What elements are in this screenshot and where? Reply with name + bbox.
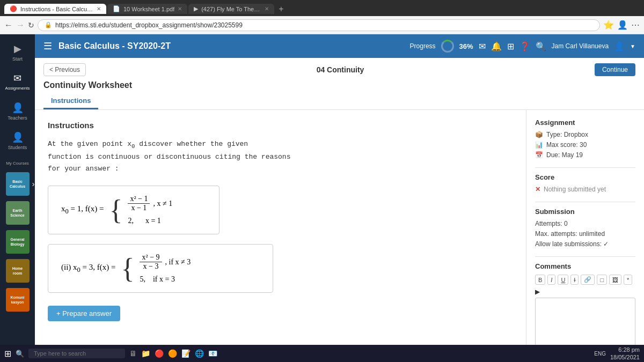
dropbox-icon: 📦 (535, 131, 543, 138)
progress-label: Progress (410, 42, 436, 50)
score-row: ✕ Nothing submitted yet (535, 186, 635, 193)
italic-button[interactable]: I (547, 275, 555, 285)
assignment-title: Assignment (535, 119, 635, 127)
grid-icon[interactable]: ⊞ (507, 41, 514, 51)
course-item-calculus[interactable]: BasicCalculus › (6, 172, 30, 196)
app-title: Basic Calculus - SY2020-2T (58, 41, 404, 51)
score-title: Score (535, 173, 635, 181)
more-button[interactable]: * (624, 275, 632, 285)
divider2 (535, 202, 635, 202)
teachers-icon: 👤 (12, 102, 24, 114)
problem2-box: (ii) x0 = 3, f(x) = { x² − 9 x − 3 , if … (48, 244, 273, 293)
p1c1-cond: , x ≠ 1 (153, 200, 172, 208)
close-tab-icon[interactable]: ✕ (97, 6, 101, 12)
submission-section: Submission Attempts: 0 Max. attempts: un… (535, 208, 635, 248)
back-button[interactable]: ← (4, 20, 13, 30)
course-item-homeroom[interactable]: Homeroom (6, 259, 30, 283)
active-tab-label: Instructions - Basic Calculus - SY (20, 6, 93, 12)
page-center-title: 04 Continuity (317, 65, 364, 74)
sidebar-item-teachers[interactable]: 👤 Teachers (0, 98, 35, 125)
big-brace-2: { (121, 255, 134, 283)
problem1-label: x0 = 1, f(x) = (61, 204, 104, 216)
close-tab3-icon[interactable]: ✕ (265, 6, 269, 12)
comments-toolbar: B I U I 🔗 □ 🖼 * (535, 275, 635, 285)
chevron-right-icon: › (32, 180, 35, 188)
big-brace-1: { (109, 196, 122, 224)
user-name: Jam Carl Villanueva (552, 42, 609, 50)
taskbar-icon-2[interactable]: 📁 (141, 349, 150, 358)
score-section: Score ✕ Nothing submitted yet (535, 173, 635, 193)
browser-tab-2[interactable]: 📄 10 Worksheet 1.pdf ✕ (107, 4, 187, 14)
problem2-case1: x² − 9 x − 3 , if x ≠ 3 (140, 253, 191, 271)
media-button[interactable]: 🖼 (609, 275, 621, 285)
attempts-row: Attempts: 0 (535, 220, 635, 227)
user-dropdown-icon[interactable]: ▼ (630, 43, 635, 49)
continue-button[interactable]: Continue (595, 63, 635, 76)
instructions-heading: Instructions (48, 121, 513, 130)
taskbar-search-input[interactable] (28, 349, 125, 358)
sidebar-item-assignments[interactable]: ✉ Assignments (0, 68, 35, 95)
prepare-answer-button[interactable]: + Prepare answer (48, 306, 120, 321)
attempts-value: Attempts: 0 (535, 220, 568, 227)
problem1-case2: 2, x = 1 (128, 217, 172, 225)
comments-title: Comments (535, 262, 635, 270)
course-item-biology[interactable]: GeneralBiology (6, 230, 30, 254)
new-tab-button[interactable]: + (275, 4, 287, 14)
taskbar-time: 6:28 pm (618, 346, 640, 353)
underline-button[interactable]: U (558, 275, 568, 285)
max-attempts-row: Max. attempts: unlimited (535, 230, 635, 238)
tab-instructions[interactable]: Instructions (43, 93, 98, 109)
instr-line2: function is continuous or discontinuous … (48, 153, 290, 161)
bell-icon[interactable]: 🔔 (491, 41, 502, 51)
address-text: https://elms.sti.edu/student_dropbox_ass… (55, 21, 243, 29)
comments-textarea[interactable] (535, 298, 635, 346)
max-attempts-value: Max. attempts: unlimited (535, 230, 605, 238)
reload-button[interactable]: ↻ (28, 21, 34, 29)
sidebar-item-students[interactable]: 👤 Students (0, 127, 35, 154)
worksheet-title: Continuity Worksheet (43, 80, 635, 90)
earthscience-label: EarthScience (9, 207, 25, 219)
assignments-label: Assignments (5, 86, 30, 91)
course-item-earthscience[interactable]: EarthScience (6, 201, 30, 225)
taskbar-icon-5[interactable]: 📝 (181, 349, 191, 358)
image-button[interactable]: □ (597, 275, 607, 285)
hamburger-icon[interactable]: ☰ (43, 40, 52, 52)
sidebar-item-start[interactable]: ▶ Start (0, 39, 35, 66)
taskbar-icon-3[interactable]: 🔴 (155, 349, 164, 358)
divider1 (535, 167, 635, 168)
score-value: Nothing submitted yet (544, 186, 606, 193)
taskbar-icon-4[interactable]: 🟠 (168, 349, 177, 358)
max-score: Max score: 30 (546, 141, 587, 149)
instruction-paragraph: At the given point x0 discover whether t… (48, 138, 513, 175)
assignment-type: Type: Dropbox (546, 131, 588, 138)
previous-button[interactable]: < Previous (43, 63, 86, 76)
user-avatar[interactable]: 👤 (614, 41, 625, 51)
p1c2-cond: x = 1 (145, 217, 161, 225)
bold-button[interactable]: B (535, 275, 545, 285)
windows-start-icon[interactable]: ⊞ (4, 349, 11, 359)
taskbar-icon-7[interactable]: 📧 (208, 349, 217, 358)
instr-line1: At the given point x0 discover whether t… (48, 140, 248, 148)
extensions-icon[interactable]: ⭐ (603, 20, 614, 30)
problem1-case1: x² − 1 x − 1 , x ≠ 1 (128, 195, 172, 212)
browser-tab-3[interactable]: ▶ (427) Fly Me To The Moon ✕ (188, 4, 274, 14)
taskbar-icon-1[interactable]: 🖥 (129, 349, 137, 358)
close-tab2-icon[interactable]: ✕ (178, 6, 182, 12)
calendar-icon: 📅 (535, 151, 543, 159)
browser-tab-active[interactable]: 🔴 Instructions - Basic Calculus - SY ✕ (4, 4, 106, 14)
strikethrough-button[interactable]: I (570, 275, 579, 285)
course-item-komunikasyon[interactable]: Komunikasyon (6, 288, 30, 312)
progress-value: 36% (459, 42, 473, 50)
taskbar-icon-6[interactable]: 🌐 (195, 349, 204, 358)
help-icon[interactable]: ❓ (519, 41, 530, 51)
tab3-label: (427) Fly Me To The Moon (201, 6, 261, 12)
divider3 (535, 256, 635, 257)
assignment-section: Assignment 📦 Type: Dropbox 📊 Max score: … (535, 119, 635, 159)
search-icon[interactable]: 🔍 (536, 41, 546, 51)
profile-icon[interactable]: 👤 (617, 20, 628, 30)
mail-icon[interactable]: ✉ (479, 41, 486, 51)
menu-icon[interactable]: ⋯ (631, 20, 640, 30)
forward-button[interactable]: → (16, 20, 25, 30)
link-button[interactable]: 🔗 (581, 275, 595, 285)
assignments-icon: ✉ (13, 72, 21, 84)
